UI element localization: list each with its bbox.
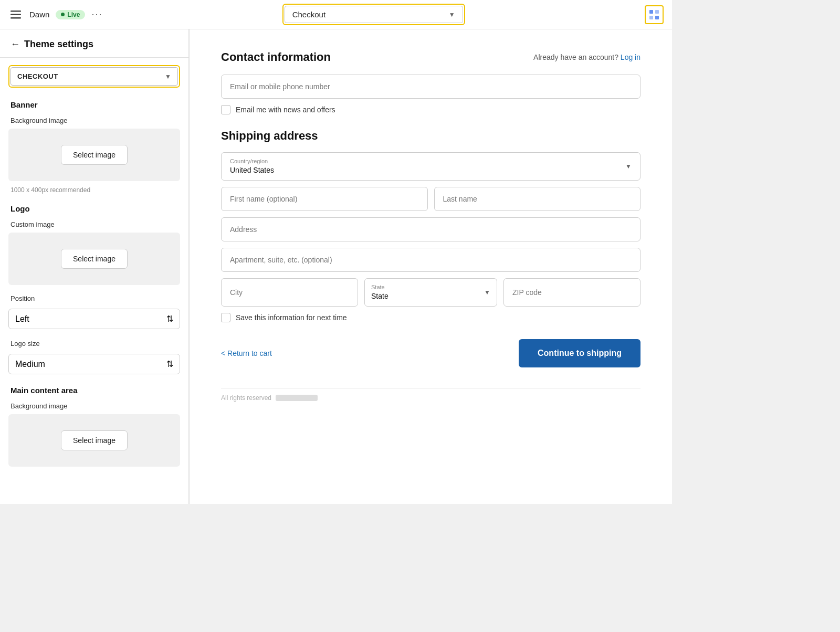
city-state-zip-row: State State ▼ <box>221 278 640 307</box>
email-input[interactable] <box>221 75 640 99</box>
checkout-selector-chevron: ▼ <box>165 73 171 80</box>
zip-input[interactable] <box>503 278 640 307</box>
state-select-content: State State <box>371 284 388 301</box>
checkout-frame: Contact information Already have an acco… <box>189 29 672 504</box>
main-content-section-title: Main content area <box>0 383 188 400</box>
sidebar-content: CHECKOUT ▼ Banner Background image Selec… <box>0 58 188 480</box>
actions-row: < Return to cart Continue to shipping <box>221 339 640 367</box>
main-select-image-button[interactable]: Select image <box>61 430 128 450</box>
sidebar: ← Theme settings CHECKOUT ▼ Banner Backg… <box>0 29 189 504</box>
topbar-left: Dawn Live ··· <box>8 7 102 22</box>
svg-rect-2 <box>10 17 21 19</box>
page-selector-chevron: ▼ <box>449 11 455 18</box>
address-input[interactable] <box>221 217 640 241</box>
shipping-heading: Shipping address <box>221 129 640 143</box>
checkout-selector[interactable]: CHECKOUT ▼ <box>10 67 178 86</box>
country-select[interactable]: Country/region United States ▼ <box>221 152 640 181</box>
more-options-button[interactable]: ··· <box>91 9 102 20</box>
inspector-icon[interactable] <box>645 5 664 24</box>
checkout-selector-wrapper: CHECKOUT ▼ <box>8 65 180 88</box>
continue-to-shipping-button[interactable]: Continue to shipping <box>519 339 640 367</box>
page-selector-label: Checkout <box>292 10 326 19</box>
login-link[interactable]: Log in <box>621 53 640 61</box>
save-checkbox-label: Save this information for next time <box>236 313 347 322</box>
footer: All rights reserved <box>221 388 640 402</box>
logo-size-select[interactable]: Medium ⇅ <box>8 354 180 374</box>
country-select-content: Country/region United States <box>230 158 274 175</box>
country-label: Country/region <box>230 158 274 164</box>
state-chevron: ▼ <box>484 289 490 296</box>
svg-rect-4 <box>655 10 659 14</box>
logo-image-select-box: Select image <box>8 233 180 285</box>
main-bg-label: Background image <box>0 400 188 414</box>
svg-rect-6 <box>655 16 659 19</box>
position-select-wrapper: Left ⇅ <box>8 309 180 329</box>
sidebar-header: ← Theme settings <box>0 29 188 58</box>
contact-header: Contact information Already have an acco… <box>221 50 640 64</box>
logo-custom-label: Custom image <box>0 218 188 233</box>
city-input[interactable] <box>221 278 358 307</box>
email-checkbox-row: Email me with news and offers <box>221 105 640 114</box>
main-layout: ← Theme settings CHECKOUT ▼ Banner Backg… <box>0 29 672 504</box>
store-name: Dawn <box>29 10 49 19</box>
state-label: State <box>371 284 388 290</box>
svg-rect-3 <box>649 10 653 14</box>
country-value: United States <box>230 166 274 174</box>
back-button[interactable]: ← <box>10 39 20 50</box>
banner-image-hint: 1000 x 400px recommended <box>0 184 188 201</box>
banner-section-title: Banner <box>0 97 188 114</box>
last-name-input[interactable] <box>434 187 641 211</box>
content-area: Contact information Already have an acco… <box>189 29 672 504</box>
logo-size-value: Medium <box>15 360 45 369</box>
contact-heading: Contact information <box>221 50 331 64</box>
save-checkbox-row: Save this information for next time <box>221 313 640 322</box>
logo-size-select-wrapper: Medium ⇅ <box>8 354 180 374</box>
position-label: Position <box>0 292 188 307</box>
position-select[interactable]: Left ⇅ <box>8 309 180 329</box>
live-badge: Live <box>56 10 85 19</box>
sidebar-toggle-icon[interactable] <box>8 7 23 22</box>
main-image-select-box: Select image <box>8 414 180 467</box>
position-chevron: ⇅ <box>166 314 173 324</box>
email-checkbox[interactable] <box>221 105 230 114</box>
footer-logo-blur <box>276 395 318 401</box>
email-checkbox-label: Email me with news and offers <box>236 106 335 114</box>
topbar-center: Checkout ▼ <box>109 4 638 25</box>
live-label: Live <box>67 11 80 18</box>
sidebar-title: Theme settings <box>24 39 93 50</box>
account-text: Already have an account? Log in <box>533 53 640 61</box>
logo-section-title: Logo <box>0 201 188 218</box>
country-chevron: ▼ <box>625 163 632 170</box>
page-selector-wrapper: Checkout ▼ <box>282 4 465 25</box>
checkout-selector-label: CHECKOUT <box>17 72 58 80</box>
logo-size-label: Logo size <box>0 338 188 352</box>
state-value: State <box>371 292 388 300</box>
svg-rect-1 <box>10 14 21 15</box>
account-prompt: Already have an account? <box>533 53 618 61</box>
topbar-right <box>645 5 664 24</box>
svg-rect-0 <box>10 10 21 12</box>
logo-size-chevron: ⇅ <box>166 359 173 369</box>
position-value: Left <box>15 314 29 324</box>
banner-bg-label: Background image <box>0 114 188 129</box>
footer-text: All rights reserved <box>221 394 271 402</box>
state-select[interactable]: State State ▼ <box>364 278 497 307</box>
first-name-input[interactable] <box>221 187 428 211</box>
svg-rect-5 <box>649 16 653 19</box>
logo-select-image-button[interactable]: Select image <box>61 249 128 269</box>
return-to-cart-link[interactable]: < Return to cart <box>221 349 272 357</box>
page-selector[interactable]: Checkout ▼ <box>285 6 463 23</box>
live-dot <box>61 13 65 16</box>
apt-input[interactable] <box>221 248 640 272</box>
topbar: Dawn Live ··· Checkout ▼ <box>0 0 672 29</box>
name-row <box>221 187 640 211</box>
banner-image-select-box: Select image <box>8 129 180 181</box>
save-checkbox[interactable] <box>221 313 230 322</box>
banner-select-image-button[interactable]: Select image <box>61 145 128 165</box>
